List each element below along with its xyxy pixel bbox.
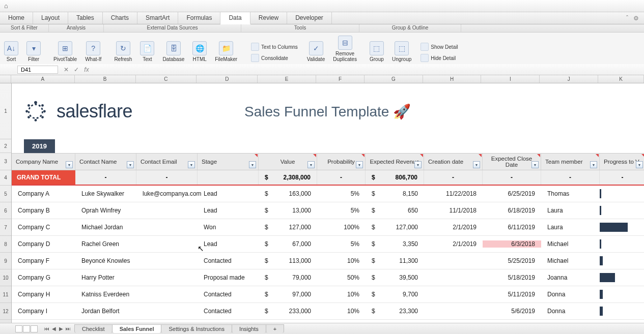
filter-button[interactable]: ▾Filter xyxy=(23,40,44,63)
comment-indicator-icon xyxy=(313,154,316,157)
th-company: Company Name▼ xyxy=(12,154,75,170)
worksheet[interactable]: salesflare Sales Funnel Template 🚀 2019 … xyxy=(12,83,644,334)
filter-dropdown-icon[interactable]: ▼ xyxy=(414,161,422,168)
sheet-tab-sales-funnel[interactable]: Sales Funnel xyxy=(112,324,162,333)
tab-home[interactable]: Home xyxy=(0,12,33,24)
tab-layout[interactable]: Layout xyxy=(33,12,68,24)
row-header-9[interactable]: 9 xyxy=(0,253,11,269)
group-label: Group & Outline xyxy=(359,24,461,32)
filter-dropdown-icon[interactable]: ▼ xyxy=(249,161,256,168)
text-source-button[interactable]: 📄Text xyxy=(137,40,157,63)
row-header-7[interactable]: 7 xyxy=(0,219,11,236)
table-row[interactable]: Company ALuke Skywalkerluke@companya.com… xyxy=(12,186,644,202)
ungroup-button[interactable]: ⬚Ungroup xyxy=(389,40,414,63)
filter-dropdown-icon[interactable]: ▼ xyxy=(356,161,363,168)
validate-button[interactable]: ✓Validate xyxy=(304,40,328,63)
tab-charts[interactable]: Charts xyxy=(103,12,137,24)
group-button-icon: ⬚ xyxy=(370,41,384,55)
filter-dropdown-icon[interactable]: ▼ xyxy=(590,161,597,168)
salesflare-logo: salesflare xyxy=(21,97,132,126)
tab-data[interactable]: Data xyxy=(220,12,250,24)
table-row[interactable]: Company GHarry PotterProposal made$79,00… xyxy=(12,269,644,286)
col-header-J[interactable]: J xyxy=(540,75,598,83)
col-header-K[interactable]: K xyxy=(598,75,644,83)
sort-button[interactable]: A↓Sort xyxy=(1,40,21,63)
name-box[interactable] xyxy=(17,66,58,74)
table-row[interactable]: Company DRachel GreenLead$67,0005%$3,350… xyxy=(12,236,644,253)
pivottable-button[interactable]: ⊞PivotTable xyxy=(50,40,80,63)
refresh-button[interactable]: ↻Refresh xyxy=(111,40,135,63)
filter-dropdown-icon[interactable]: ▼ xyxy=(127,161,134,168)
col-header-B[interactable]: B xyxy=(75,75,136,83)
fx-icon[interactable]: fx xyxy=(82,66,91,73)
table-row[interactable]: Company HKatniss EverdeenContacted$97,00… xyxy=(12,286,644,303)
cancel-icon[interactable]: ✕ xyxy=(62,66,70,73)
html-source-button[interactable]: 🌐HTML xyxy=(189,40,210,63)
comment-indicator-icon xyxy=(255,154,258,157)
confirm-icon[interactable]: ✓ xyxy=(72,66,80,73)
row-header-8[interactable]: 8 xyxy=(0,236,11,253)
th-email: Contact Email▼ xyxy=(136,154,198,170)
row-header-10[interactable]: 10 xyxy=(0,269,11,286)
tab-tables[interactable]: Tables xyxy=(68,12,103,24)
sheet-tabs-bar: ⏮◀▶⏭ChecklistSales FunnelSettings & Inst… xyxy=(0,323,644,334)
text-to-columns-button[interactable]: Text to Columns xyxy=(249,42,300,52)
row-header-1[interactable]: 1 xyxy=(0,83,11,139)
filter-dropdown-icon[interactable]: ▼ xyxy=(66,161,73,168)
row-header-6[interactable]: 6 xyxy=(0,202,11,219)
col-header-C[interactable]: C xyxy=(136,75,197,83)
comment-indicator-icon xyxy=(596,154,599,157)
row-header-5[interactable]: 5 xyxy=(0,186,11,202)
col-header-E[interactable]: E xyxy=(258,75,316,83)
select-all-corner[interactable] xyxy=(0,75,11,83)
sheet-tab-checklist[interactable]: Checklist xyxy=(74,324,113,333)
table-row[interactable]: Company BOprah WinfreyLead$13,0005%$6501… xyxy=(12,202,644,219)
template-title: Sales Funnel Template 🚀 xyxy=(244,103,411,120)
row-header-3[interactable]: 3 xyxy=(0,153,11,170)
filter-dropdown-icon[interactable]: ▼ xyxy=(473,161,480,168)
tab-formulas[interactable]: Formulas xyxy=(178,12,220,24)
col-header-F[interactable]: F xyxy=(316,75,365,83)
filemaker-source-button[interactable]: 📁FileMaker xyxy=(212,40,240,63)
sheet-tab-settings-instructions[interactable]: Settings & Instructions xyxy=(161,324,232,333)
col-header-H[interactable]: H xyxy=(423,75,482,83)
row-header-12[interactable]: 12 xyxy=(0,303,11,320)
remove-duplicates-button[interactable]: ⊟RemoveDuplicates xyxy=(330,35,360,63)
svg-point-0 xyxy=(29,104,42,118)
tab-review[interactable]: Review xyxy=(250,12,287,24)
col-header-I[interactable]: I xyxy=(481,75,540,83)
table-row[interactable]: Company IJordan BelfortContacted$233,000… xyxy=(12,303,644,320)
filter-dropdown-icon[interactable]: ▼ xyxy=(531,161,539,168)
filter-dropdown-icon[interactable]: ▼ xyxy=(307,161,315,168)
settings-gear-icon[interactable]: ⚙ xyxy=(633,15,639,22)
hide-detail-button[interactable]: Hide Detail xyxy=(418,53,460,63)
row-header-4[interactable]: 4 xyxy=(0,170,11,186)
collapse-ribbon-icon[interactable]: ˆ xyxy=(626,15,628,22)
filter-dropdown-icon[interactable]: ▼ xyxy=(636,161,643,168)
table-row[interactable]: Company CMichael JordanWon$127,000100%$1… xyxy=(12,219,644,236)
th-creation: Creation date▼ xyxy=(424,154,483,170)
progress-bar xyxy=(600,307,603,316)
group-button[interactable]: ⬚Group xyxy=(367,40,387,63)
show-detail-button[interactable]: Show Detail xyxy=(418,42,460,52)
consolidate-button[interactable]: Consolidate xyxy=(249,53,300,63)
add-sheet-button[interactable]: + xyxy=(266,324,284,333)
grand-total-label: GRAND TOTAL xyxy=(12,170,75,185)
col-header-A[interactable]: A xyxy=(11,75,75,83)
tab-smartart[interactable]: SmartArt xyxy=(137,12,178,24)
sheet-nav-arrows[interactable]: ⏮◀▶⏭ xyxy=(44,326,71,331)
row-header-11[interactable]: 11 xyxy=(0,286,11,303)
sheet-tab-insights[interactable]: Insights xyxy=(232,324,266,333)
progress-bar xyxy=(600,273,615,282)
col-header-G[interactable]: G xyxy=(365,75,423,83)
whatif-button[interactable]: ?What-If xyxy=(82,40,104,63)
progress-bar xyxy=(600,290,603,299)
view-mode-buttons[interactable] xyxy=(15,325,38,332)
whatif-button-icon: ? xyxy=(86,41,100,55)
col-header-D[interactable]: D xyxy=(197,75,258,83)
filter-dropdown-icon[interactable]: ▼ xyxy=(188,161,195,168)
tab-developer[interactable]: Developer xyxy=(287,12,332,24)
row-header-2[interactable]: 2 xyxy=(0,139,11,153)
database-source-button[interactable]: 🗄Database xyxy=(159,40,187,63)
table-row[interactable]: Company FBeyoncé KnowlesContacted$113,00… xyxy=(12,253,644,269)
